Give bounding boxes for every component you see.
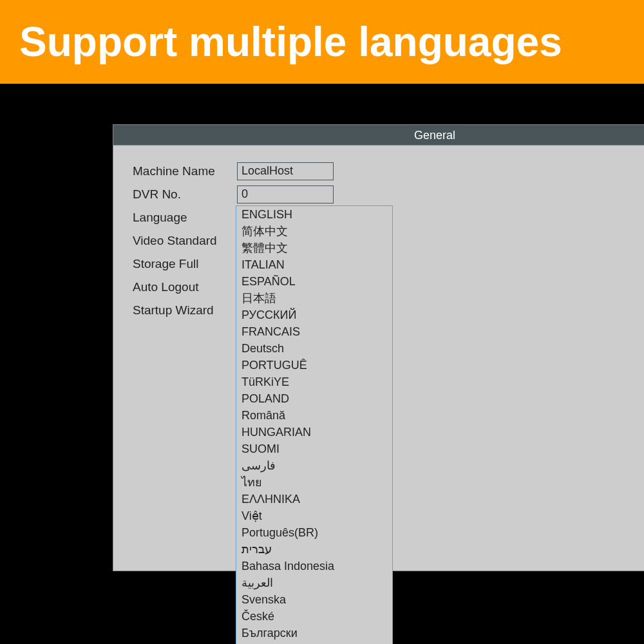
input-dvr-no[interactable]: 0 (237, 185, 334, 204)
dropdown-item[interactable]: 繁體中文 (236, 240, 392, 256)
dropdown-item[interactable]: Română (236, 407, 392, 424)
dropdown-item[interactable]: العربية (236, 574, 392, 591)
dropdown-item[interactable]: РУССКИЙ (236, 307, 392, 323)
dropdown-item[interactable]: Slovenčina (236, 641, 392, 644)
dropdown-item[interactable]: Deutsch (236, 340, 392, 357)
dropdown-item[interactable]: ไทย (236, 474, 392, 491)
dropdown-item[interactable]: FRANCAIS (236, 323, 392, 340)
label-video-standard: Video Standard (133, 234, 237, 248)
dropdown-item[interactable]: České (236, 608, 392, 625)
dropdown-item[interactable]: ΕΛΛΗΝΙΚΑ (236, 491, 392, 507)
dropdown-item[interactable]: فارسی (236, 457, 392, 474)
dropdown-item[interactable]: ESPAÑOL (236, 273, 392, 290)
dropdown-item[interactable]: TüRKiYE (236, 374, 392, 390)
banner: Support multiple languages (0, 0, 644, 84)
dropdown-item[interactable]: ITALIAN (236, 256, 392, 273)
window-titlebar: General (113, 125, 644, 146)
label-startup-wizard: Startup Wizard (133, 303, 237, 317)
general-window: General Machine Name LocalHost DVR No. 0… (113, 124, 644, 571)
label-machine-name: Machine Name (133, 164, 237, 178)
label-storage-full: Storage Full (133, 257, 237, 271)
label-dvr-no: DVR No. (133, 187, 237, 202)
label-auto-logout: Auto Logout (133, 280, 237, 294)
dropdown-item[interactable]: Việt (236, 507, 392, 524)
row-machine-name: Machine Name LocalHost (133, 161, 644, 181)
dropdown-item[interactable]: 简体中文 (236, 223, 392, 240)
window-content: Machine Name LocalHost DVR No. 0 Languag… (113, 146, 644, 571)
dropdown-item[interactable]: HUNGARIAN (236, 424, 392, 440)
dropdown-item[interactable]: Bahasa Indonesia (236, 558, 392, 574)
dropdown-item[interactable]: ENGLISH (236, 206, 392, 223)
banner-text: Support multiple languages (19, 18, 562, 66)
dropdown-item[interactable]: PORTUGUÊ (236, 357, 392, 374)
row-dvr-no: DVR No. 0 (133, 184, 644, 204)
dropdown-item[interactable]: Svenska (236, 591, 392, 608)
dropdown-item[interactable]: POLAND (236, 390, 392, 407)
dropdown-item[interactable]: 日本語 (236, 290, 392, 307)
dropdown-item[interactable]: Português(BR) (236, 524, 392, 541)
dropdown-item[interactable]: עברית (236, 541, 392, 558)
dropdown-item[interactable]: SUOMI (236, 440, 392, 457)
input-machine-name[interactable]: LocalHost (237, 162, 334, 180)
dropdown-item[interactable]: Български (236, 625, 392, 641)
dropdown-language[interactable]: ENGLISH简体中文繁體中文ITALIANESPAÑOL日本語РУССКИЙF… (236, 205, 393, 644)
label-language: Language (133, 211, 237, 225)
